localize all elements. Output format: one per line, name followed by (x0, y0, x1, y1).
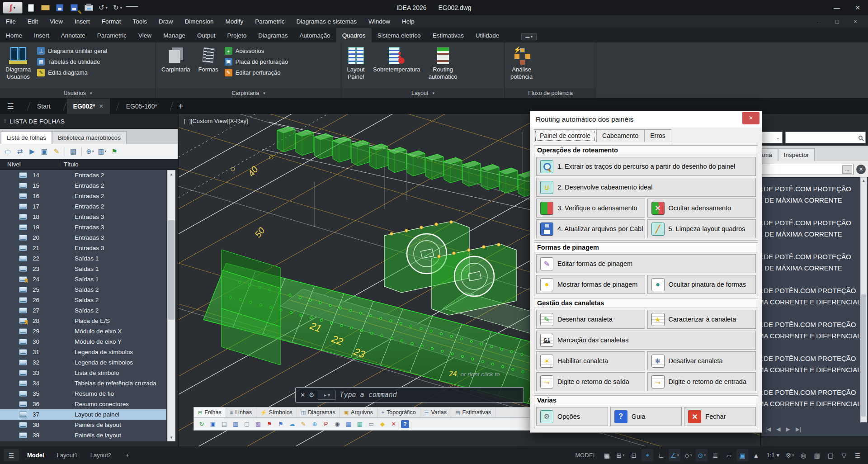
fechar-button[interactable]: ✕Fechar (684, 407, 756, 426)
sheet-row[interactable]: 27Saídas 2 (0, 305, 166, 316)
value-field[interactable]: ... (762, 164, 854, 175)
open-file-button[interactable] (39, 2, 52, 14)
sheet-row[interactable]: 35Resumo de fio (0, 388, 166, 399)
sheet-row[interactable]: 18Entradas 3 (0, 212, 166, 222)
plot-button[interactable] (82, 2, 95, 14)
ribbon-tab-diagramas[interactable]: Diagramas (252, 28, 293, 43)
clear-icon[interactable]: ✕ (856, 165, 866, 174)
dialog-title-bar[interactable]: Routing automático dos painéis ✕ (530, 111, 762, 128)
undo-button[interactable]: ↺▾ (97, 2, 109, 14)
new-file-button[interactable] (24, 2, 37, 14)
new-layout-button[interactable]: + (119, 450, 136, 461)
isodraft-icon[interactable]: ◇▾ (682, 449, 694, 461)
annotation-scale[interactable]: 1:1▾ (764, 452, 782, 459)
save-as-button[interactable]: ✎ (68, 2, 80, 14)
rect-icon[interactable]: ▭ (367, 420, 375, 428)
list-item[interactable]: P.DE POTÊN.COM PROTEÇÃOMA CORRENTE E DIF… (761, 285, 868, 308)
digite-o-retorno-de-saida-button[interactable]: →Digite o retorno de saída (536, 372, 645, 391)
scroll-thumb[interactable] (861, 294, 866, 417)
list-item[interactable]: P.DE POTÊN.COM PROTEÇÃOMA CORRENTE E DIF… (761, 353, 868, 375)
list-item[interactable]: P.DE POTÊN.COM PROTEÇÃOMA CORRENTE E DIF… (761, 319, 868, 341)
osnap-icon[interactable]: ⊙▾ (696, 449, 708, 461)
doc-tab-eg002[interactable]: EG002*✕ (67, 99, 110, 114)
sheet-list-scrollbar[interactable]: ▲ ▼ (167, 170, 175, 441)
ribbon-tab-insert[interactable]: Insert (28, 28, 55, 43)
pager-prev-icon[interactable]: ◀ (776, 426, 780, 432)
inspector-scrollbar[interactable]: ▲ (860, 177, 867, 422)
attach-icon[interactable]: ⊕▾ (85, 146, 95, 157)
command-history-icon[interactable]: ▸▾ (318, 390, 336, 400)
close-button[interactable]: ✕ (847, 0, 868, 15)
sheet-row[interactable]: 32Legenda de símbolos (0, 357, 166, 368)
dock-tab-estimativas[interactable]: ▤Estimativas (451, 407, 495, 417)
transparency-icon[interactable]: ▱ (723, 449, 735, 461)
menu-item-format[interactable]: Format (96, 15, 127, 28)
menu-item-insert[interactable]: Insert (69, 15, 96, 28)
ribbon-group-label-usuarios[interactable]: Usuários▾ (0, 88, 156, 98)
ribbon-tab-utilidade[interactable]: Utilidade (470, 28, 505, 43)
doc-tab-eg05-160[interactable]: EG05-160* (120, 99, 164, 114)
selection-cycling-icon[interactable]: ▣ (736, 449, 748, 461)
infer-icon[interactable]: ⊡ (628, 449, 640, 461)
qat-customize-button[interactable] (126, 6, 138, 12)
search-input[interactable] (785, 132, 866, 143)
sheet-row[interactable]: 33Lista de símbolo (0, 368, 166, 378)
ribbon-button-acessorios[interactable]: +Acessórios (225, 47, 288, 55)
sheet-row[interactable]: 37Layout de painel (0, 409, 166, 420)
column-header-titulo[interactable]: Título (61, 161, 79, 168)
status-menu-icon[interactable]: ☰ (4, 449, 19, 461)
desativar-canaleta-button[interactable]: ❄Desativar canaleta (647, 351, 756, 370)
1-extrair-os-tracos-do-percurso-a-partir-do-desenho-do-painel-button[interactable]: 1. Extrair os traços do percurso a parti… (536, 157, 756, 176)
inspector-tab-agrama[interactable]: agrama (761, 148, 778, 161)
browse-button[interactable]: ... (842, 165, 852, 174)
ribbon-button-tabelas-de-utilidade[interactable]: ▦Tabelas de utilidade (37, 58, 107, 66)
eye-icon[interactable]: ◉ (333, 420, 341, 428)
pages-icon[interactable]: ▥ (231, 420, 240, 428)
redo-button[interactable]: ↻▾ (111, 2, 124, 14)
menu-item-help[interactable]: Help (396, 15, 420, 28)
menu-item-draw[interactable]: Draw (153, 15, 179, 28)
sheet-row[interactable]: 34Tabelas de referência cruzada (0, 378, 166, 388)
copy-icon[interactable]: ▢ (243, 420, 251, 428)
preview-sheet-icon[interactable]: ▶ (27, 146, 38, 157)
new-sheet-icon[interactable]: ▭ (2, 146, 13, 157)
guia-button[interactable]: ?Guia (610, 407, 682, 426)
sheet-row[interactable]: 20Entradas 3 (0, 232, 166, 243)
layout-tab-layout2[interactable]: Layout2 (84, 450, 118, 461)
sheet-row[interactable]: 29Módulo de eixo X (0, 326, 166, 336)
column-header-nivel[interactable]: Nível (0, 161, 61, 168)
print-icon[interactable]: ▤ (220, 420, 228, 428)
ribbon-collapse-icon[interactable]: ▬ ▾ (521, 33, 537, 40)
edit-sheet-icon[interactable]: ✎ (51, 146, 62, 157)
menu-item-diagramas-e-sistemas[interactable]: Diagramas e sistemas (290, 15, 363, 28)
command-customize-icon[interactable]: ⚙ (309, 391, 315, 398)
lineweight-icon[interactable]: ≣ (709, 449, 721, 461)
sheet-row[interactable]: 36Resumo conectores (0, 399, 166, 409)
doc-menu-icon[interactable]: ☰ (0, 102, 21, 111)
sheet-row[interactable]: 23Saídas 1 (0, 264, 166, 274)
layout-tab-model[interactable]: Model (21, 450, 51, 461)
sheet-row[interactable]: 17Entradas 2 (0, 201, 166, 212)
caracterizar-a-canaleta-button[interactable]: ★Caracterizar à canaleta (647, 310, 756, 329)
customize-icon[interactable]: ☰ (852, 449, 863, 461)
copy-sheet-icon[interactable]: ▣ (39, 146, 50, 157)
ribbon-tab-automacao[interactable]: Automação (294, 28, 336, 43)
scroll-up-icon[interactable]: ▲ (861, 178, 867, 184)
scroll-down-icon[interactable]: ▼ (168, 434, 175, 441)
digite-o-retorno-de-entrada-button[interactable]: →Digite o retorno de entrada (647, 372, 756, 391)
dock-tab-diagramas[interactable]: ◫Diagramas (297, 407, 340, 417)
help-icon[interactable]: ? (401, 420, 409, 428)
ribbon-tab-output[interactable]: Output (191, 28, 222, 43)
opcoes-button[interactable]: ⚙Opções (536, 407, 608, 426)
app-menu-button[interactable]: ∫▾ (3, 2, 23, 14)
sheet-row[interactable]: 22Saídas 1 (0, 253, 166, 264)
mostrar-formas-de-pinagem-button[interactable]: ●Mostrar formas de pinagem (536, 275, 645, 294)
dock-tab-simbolos[interactable]: ⚡Símbolos (256, 407, 297, 417)
ribbon-tab-projeto[interactable]: Projeto (221, 28, 252, 43)
sheet-panel-tab-biblioteca-macroblocos[interactable]: Biblioteca macroblocos (52, 131, 127, 144)
save-button[interactable] (53, 2, 66, 14)
menu-item-modify[interactable]: Modify (219, 15, 249, 28)
language-flags-icon[interactable]: ⚑ (109, 146, 120, 157)
filter-combo[interactable]: ⌄ (762, 132, 783, 143)
menu-item-window[interactable]: Window (363, 15, 396, 28)
